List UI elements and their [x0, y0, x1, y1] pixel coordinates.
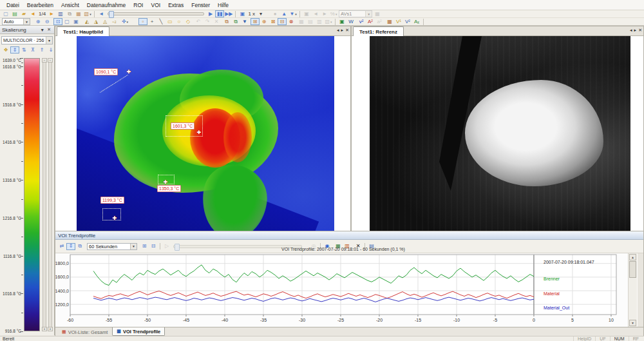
tab-scroll-left-icon[interactable]: ◂	[630, 28, 632, 33]
roi-point-icon[interactable]: +	[147, 18, 156, 25]
color-scale-gradient[interactable]	[24, 58, 40, 331]
zoom-in-icon[interactable]: ⊕	[33, 18, 43, 25]
menu-item-roi[interactable]: ROI	[129, 2, 147, 8]
options-icon[interactable]: ▦	[373, 10, 382, 17]
roi-rect-icon[interactable]: ▭	[166, 18, 175, 25]
chevron-down-icon[interactable]: ▼	[365, 11, 372, 17]
roi-copy-icon[interactable]: ⧉	[222, 18, 231, 25]
formula-v2-icon[interactable]: v²	[357, 18, 366, 25]
shift-up-icon[interactable]: ⇑	[37, 46, 46, 54]
scale-max-down-button[interactable]: +	[42, 327, 47, 331]
voi-polygon-icon[interactable]: ⊠	[269, 18, 278, 25]
flip-horizontal-icon[interactable]: ◬	[100, 18, 109, 25]
next-view-icon[interactable]: ►	[47, 10, 56, 17]
fast-forward-icon[interactable]: ▶▶	[224, 10, 233, 17]
fit-image-icon[interactable]: ⊡	[53, 18, 62, 25]
tab-scroll-right-icon[interactable]: ▸	[341, 28, 344, 33]
autoscale-icon[interactable]: ⇕	[10, 46, 19, 54]
roi-select-icon[interactable]: ▫	[138, 18, 147, 25]
goto-start-icon[interactable]: ▲	[279, 10, 289, 17]
voi-rect-icon[interactable]: ⊞	[251, 18, 260, 25]
flip-vertical-icon[interactable]: ◅	[109, 18, 118, 25]
prev-frame-icon[interactable]: ◄	[311, 10, 320, 17]
window-size-icon[interactable]: ▢	[62, 18, 71, 25]
next-frame-icon[interactable]: ►	[320, 10, 329, 17]
voi-v2-icon[interactable]: V²	[403, 18, 412, 25]
roi-paste-icon[interactable]: ⧉	[231, 18, 240, 25]
close-icon[interactable]: ✕	[46, 27, 52, 32]
voi-v1-icon[interactable]: V¹	[394, 18, 403, 25]
formula-a2-icon[interactable]: A²	[366, 18, 375, 25]
scale-min-down-button[interactable]: +	[48, 327, 53, 331]
position-slider[interactable]	[108, 10, 204, 17]
reference-image[interactable]	[370, 36, 630, 231]
manual-scale-icon[interactable]: ⇅	[19, 46, 28, 54]
scale-max-slider[interactable]	[43, 58, 46, 331]
tab-hauptbild[interactable]: Test1: Hauptbild	[57, 26, 109, 36]
menu-item-extras[interactable]: Extras	[164, 2, 187, 8]
new-file-icon[interactable]: ▢	[1, 10, 10, 17]
word-export-icon[interactable]: W	[346, 18, 355, 25]
menu-item-datei[interactable]: Datei	[3, 2, 23, 8]
tab-scroll-left-icon[interactable]: ◂	[337, 28, 339, 33]
pause-icon[interactable]: ▮▮	[215, 10, 224, 17]
measurement-region[interactable]	[102, 208, 121, 220]
voi-delete-icon[interactable]: ⊗	[287, 18, 296, 25]
chevron-down-icon[interactable]: ▼	[46, 37, 52, 44]
rotate-ccw-icon[interactable]: ◭	[82, 18, 91, 25]
roi-ellipse-icon[interactable]: ○	[175, 18, 184, 25]
menu-item-fenster[interactable]: Fenster	[187, 2, 214, 8]
goto-end-icon[interactable]: ▼▾	[289, 10, 298, 17]
open-folder-icon[interactable]: ▰	[19, 10, 28, 17]
palette-edit-icon[interactable]: ❖	[1, 46, 10, 54]
menu-item-bearbeiten[interactable]: Bearbeiten	[23, 2, 57, 8]
tab-close-icon[interactable]: ✕	[638, 28, 642, 33]
pin-icon[interactable]: ▼	[39, 28, 46, 32]
prev-view-icon[interactable]: ◄	[28, 10, 37, 17]
tab-referenz[interactable]: Test1: Referenz	[353, 26, 404, 36]
stop-icon[interactable]: ▣	[238, 10, 247, 17]
speed-dropdown-icon[interactable]: ▾	[256, 10, 265, 17]
voi-stats-icon[interactable]: ▧▾	[324, 18, 333, 25]
voi-ellipse-icon[interactable]: ⊕	[260, 18, 269, 25]
copy-icon[interactable]: ⧉	[65, 10, 74, 17]
roi-undo-icon[interactable]: ↶	[194, 18, 203, 25]
rotate-cw-icon[interactable]: ◮	[91, 18, 100, 25]
menu-item-hilfe[interactable]: Hilfe	[214, 2, 232, 8]
scale-min-up-button[interactable]: –	[48, 58, 53, 63]
speaker-icon[interactable]: ◄	[97, 10, 106, 17]
avs-combo[interactable]: AVs1▼	[339, 10, 372, 17]
report-icon[interactable]: ▤	[10, 10, 19, 17]
scale-max-up-button[interactable]: –	[42, 58, 47, 63]
thermal-image[interactable]: ✚1090,1 °C✚1601,3 °C✚1350,3 °C✚1199,3 °C	[77, 36, 334, 231]
image-save-icon[interactable]: ▣	[337, 18, 346, 25]
scale-min-slider[interactable]	[48, 58, 52, 331]
bottom-tab-voi-trendprofile[interactable]: ▦VOI Trendprofile	[112, 327, 165, 336]
snapshot-icon[interactable]: ▣	[302, 10, 311, 17]
auto-combo[interactable]: Auto▼	[2, 18, 30, 25]
palette-combo[interactable]: MULTICOLOR · 256 ▼	[1, 36, 53, 44]
formula-a2-small-icon[interactable]: a²	[375, 18, 384, 25]
roi-redo-icon[interactable]: ↷	[203, 18, 212, 25]
roi-line-icon[interactable]: ╲	[156, 18, 166, 25]
palette-table-icon[interactable]: ▦	[385, 18, 394, 25]
scrollbar-thumb[interactable]	[629, 261, 636, 278]
measurement-cross-icon[interactable]: ✚	[164, 180, 168, 185]
page-setup-icon[interactable]: ▦	[74, 10, 83, 17]
pan-icon[interactable]: ✜▾	[120, 18, 129, 25]
copy-trend-icon[interactable]: ⇄	[57, 243, 66, 250]
roi-save-icon[interactable]: ▼	[240, 18, 249, 25]
measurement-cross-icon[interactable]: ✚	[127, 70, 131, 75]
zoom-out-icon[interactable]: ⊖	[43, 18, 52, 25]
export-image-icon[interactable]: ▧▾	[83, 10, 92, 17]
slider-thumb[interactable]	[109, 11, 114, 18]
temperature-label[interactable]: 1090,1 °C	[94, 68, 118, 75]
percent-icon[interactable]: %▾	[329, 10, 338, 17]
save-icon[interactable]: ▥	[56, 10, 65, 17]
menu-item-datenaufnahme[interactable]: Datenaufnahme	[83, 2, 130, 8]
voi-export-icon[interactable]: ▤	[306, 18, 315, 25]
trend-chart[interactable]: -60-55-50-45-40-35-30-25-20-15-10-505101…	[55, 253, 630, 327]
bottom-tab-voi-liste-gesamt[interactable]: ▦VOI-Liste: Gesamt	[57, 327, 112, 336]
voi-ax-icon[interactable]: Aₓ	[412, 18, 421, 25]
roi-polygon-icon[interactable]: ◇	[184, 18, 193, 25]
